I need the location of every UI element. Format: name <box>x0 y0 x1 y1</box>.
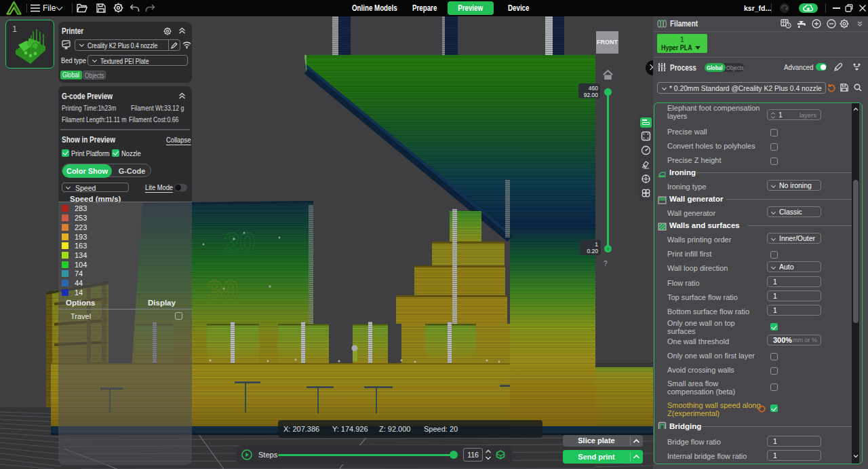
svg-text:20: 20 <box>224 227 256 259</box>
svg-text:30: 30 <box>207 275 239 307</box>
